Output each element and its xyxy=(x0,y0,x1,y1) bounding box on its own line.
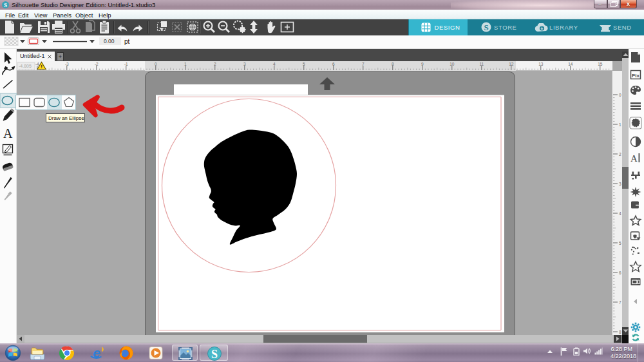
svg-text:6: 6 xyxy=(619,271,621,275)
svg-text:10: 10 xyxy=(450,62,455,66)
svg-text:-1: -1 xyxy=(124,62,128,66)
svg-text:12: 12 xyxy=(509,62,514,66)
svg-text:7: 7 xyxy=(362,62,365,66)
svg-text:2: 2 xyxy=(214,62,216,66)
svg-text:4: 4 xyxy=(619,211,621,216)
svg-text:11: 11 xyxy=(479,62,484,66)
svg-text:13: 13 xyxy=(538,62,544,66)
svg-text:8: 8 xyxy=(619,330,621,334)
svg-text:7: 7 xyxy=(619,300,621,305)
svg-text:-2: -2 xyxy=(95,62,99,66)
svg-text:6: 6 xyxy=(332,62,335,66)
svg-text:S: S xyxy=(4,2,7,8)
svg-text:5: 5 xyxy=(303,62,305,66)
svg-text:15: 15 xyxy=(598,62,603,66)
svg-text:3: 3 xyxy=(619,182,621,186)
svg-text:1: 1 xyxy=(184,62,187,66)
svg-text:0: 0 xyxy=(155,62,157,66)
svg-text:2: 2 xyxy=(619,152,621,157)
svg-text:3: 3 xyxy=(243,62,246,66)
svg-text:Pix: Pix xyxy=(632,73,640,79)
svg-text:-4.805: -4.805 xyxy=(19,64,32,68)
svg-text:S: S xyxy=(484,23,488,32)
svg-text:5: 5 xyxy=(619,241,621,245)
svg-text:8: 8 xyxy=(392,62,394,66)
svg-text:S: S xyxy=(211,348,218,361)
svg-text:A: A xyxy=(630,153,638,164)
svg-text:pt: pt xyxy=(124,38,130,45)
svg-text:1: 1 xyxy=(619,122,621,127)
svg-text:0.00: 0.00 xyxy=(104,38,115,44)
svg-text:4: 4 xyxy=(273,62,276,66)
svg-text:0: 0 xyxy=(619,93,621,97)
svg-text:-3: -3 xyxy=(65,62,69,66)
svg-text:A: A xyxy=(3,126,13,140)
svg-text:14: 14 xyxy=(568,62,573,66)
svg-text:!: ! xyxy=(41,64,43,70)
svg-text:9: 9 xyxy=(421,62,424,66)
svg-text:-4: -4 xyxy=(35,62,39,66)
